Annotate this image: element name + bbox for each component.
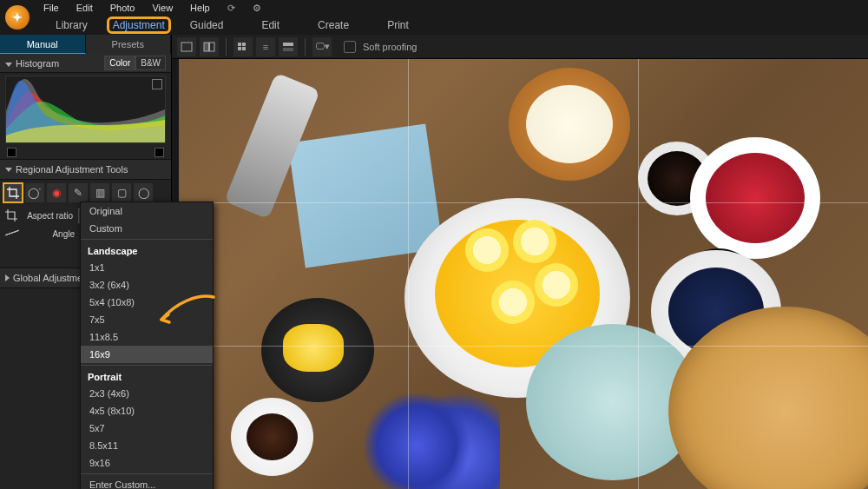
shadow-clip-indicator[interactable] bbox=[7, 148, 16, 157]
subtab-manual[interactable]: Manual bbox=[0, 35, 86, 54]
app-logo: ✦ bbox=[2, 2, 33, 33]
panel-regional-title: Regional Adjustment Tools bbox=[16, 164, 128, 175]
panel-regional-header[interactable]: Regional Adjustment Tools bbox=[0, 159, 171, 180]
dd-5x7[interactable]: 5x7 bbox=[81, 420, 213, 437]
brush-tool[interactable]: ✎ bbox=[69, 183, 88, 202]
svg-rect-0 bbox=[181, 43, 192, 51]
histogram-clip-row bbox=[0, 146, 171, 159]
view-compare-icon[interactable] bbox=[200, 37, 219, 56]
svg-rect-4 bbox=[242, 43, 246, 46]
view-single-icon[interactable] bbox=[177, 37, 196, 56]
dd-head-landscape: Landscape bbox=[81, 241, 213, 259]
nav-print[interactable]: Print bbox=[368, 17, 428, 34]
nav-create[interactable]: Create bbox=[299, 17, 368, 34]
panel-histogram-title: Histogram bbox=[16, 58, 59, 69]
soft-proofing-checkbox[interactable] bbox=[344, 41, 356, 53]
object-select-tool[interactable]: ▢ bbox=[112, 183, 131, 202]
svg-rect-5 bbox=[238, 47, 241, 50]
display-dropdown-icon[interactable]: 🖵▾ bbox=[312, 37, 332, 56]
panel-histogram-header[interactable]: Histogram Color B&W bbox=[0, 54, 171, 73]
dd-head-portrait: Portrait bbox=[81, 367, 213, 385]
straighten-icon bbox=[5, 228, 19, 239]
dd-original[interactable]: Original bbox=[81, 202, 213, 220]
svg-rect-3 bbox=[238, 43, 241, 46]
top-nav: Library Adjustment Guided Edit Create Pr… bbox=[0, 16, 868, 35]
menu-edit[interactable]: Edit bbox=[69, 3, 100, 13]
highlight-clip-indicator[interactable] bbox=[155, 148, 164, 157]
soft-proofing-label: Soft proofing bbox=[363, 42, 417, 52]
dd-5x4[interactable]: 5x4 (10x8) bbox=[81, 294, 213, 311]
nav-adjustment[interactable]: Adjustment bbox=[107, 17, 171, 34]
histogram-display bbox=[5, 76, 166, 143]
dd-4x5[interactable]: 4x5 (8x10) bbox=[81, 402, 213, 420]
histogram-expand-icon[interactable] bbox=[152, 79, 162, 89]
dd-custom[interactable]: Custom bbox=[81, 220, 213, 237]
photo-surface bbox=[179, 59, 868, 489]
svg-rect-6 bbox=[242, 47, 246, 50]
crop-icon bbox=[5, 209, 17, 223]
dd-16x9[interactable]: 16x9 bbox=[81, 346, 213, 363]
view-split-icon[interactable] bbox=[279, 37, 298, 56]
svg-rect-2 bbox=[210, 43, 215, 51]
canvas-area: ≡ 🖵▾ Soft proofing bbox=[172, 35, 868, 489]
menu-view[interactable]: View bbox=[145, 3, 180, 13]
gear-icon[interactable]: ⚙ bbox=[246, 3, 268, 14]
angle-label: Angle bbox=[24, 229, 75, 239]
histogram-mode-bw[interactable]: B&W bbox=[135, 56, 166, 70]
menubar: File Edit Photo View Help ⟳ ⚙ bbox=[0, 0, 868, 16]
histogram-mode-color[interactable]: Color bbox=[104, 56, 135, 70]
dd-85x11[interactable]: 8.5x11 bbox=[81, 437, 213, 454]
dd-2x3[interactable]: 2x3 (4x6) bbox=[81, 385, 213, 402]
svg-rect-8 bbox=[283, 48, 293, 51]
menu-file[interactable]: File bbox=[36, 3, 66, 13]
sync-icon[interactable]: ⟳ bbox=[220, 3, 242, 14]
spot-tool[interactable]: ◯˙ bbox=[25, 183, 44, 202]
dd-11x85[interactable]: 11x8.5 bbox=[81, 328, 213, 346]
aspect-ratio-label: Aspect ratio bbox=[23, 211, 73, 221]
subtab-presets[interactable]: Presets bbox=[86, 35, 172, 54]
crop-tool[interactable] bbox=[3, 183, 23, 202]
dd-9x16[interactable]: 9x16 bbox=[81, 454, 213, 472]
menu-help[interactable]: Help bbox=[183, 3, 217, 13]
nav-library[interactable]: Library bbox=[36, 17, 107, 34]
canvas-toolbar: ≡ 🖵▾ Soft proofing bbox=[172, 35, 868, 59]
photo-viewport[interactable] bbox=[179, 59, 868, 489]
view-grid-icon[interactable] bbox=[233, 37, 253, 56]
redeye-tool[interactable]: ◉ bbox=[47, 183, 66, 202]
svg-rect-7 bbox=[283, 43, 293, 46]
dd-enter-custom[interactable]: Enter Custom... bbox=[81, 476, 213, 489]
gradient-tool[interactable]: ▥ bbox=[90, 183, 109, 202]
nav-guided[interactable]: Guided bbox=[171, 17, 243, 34]
nav-edit[interactable]: Edit bbox=[242, 17, 299, 34]
dd-3x2[interactable]: 3x2 (6x4) bbox=[81, 276, 213, 294]
view-list-icon[interactable]: ≡ bbox=[256, 37, 275, 56]
dd-1x1[interactable]: 1x1 bbox=[81, 259, 213, 276]
menu-photo[interactable]: Photo bbox=[103, 3, 142, 13]
dd-7x5[interactable]: 7x5 bbox=[81, 311, 213, 328]
radial-tool[interactable]: ◯ bbox=[134, 183, 153, 202]
aspect-ratio-dropdown: Original Custom Landscape 1x1 3x2 (6x4) … bbox=[80, 202, 214, 489]
svg-rect-1 bbox=[204, 43, 209, 51]
